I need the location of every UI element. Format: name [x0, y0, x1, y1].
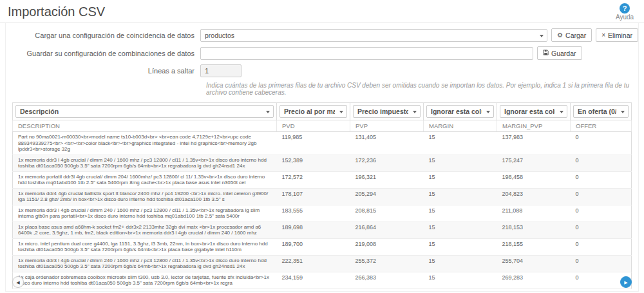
- cell-value: 15: [424, 222, 497, 238]
- cell-value: 183,555: [277, 205, 350, 222]
- column-selector-offer[interactable]: En oferta (0/1): [573, 105, 629, 118]
- help-button[interactable]: ? Ayuda: [612, 3, 638, 21]
- cell-value: 15: [424, 238, 497, 255]
- table-header-cell: DESCRIPTION: [13, 120, 277, 132]
- save-config-label: Guardar su configuración de combinacione…: [6, 50, 200, 57]
- chevron-down-icon: [486, 111, 490, 113]
- cell-value: 172,236: [350, 155, 424, 171]
- chevron-down-icon: [339, 111, 343, 113]
- cell-value: 196,321: [350, 171, 424, 188]
- table-header-cell: PVP: [350, 120, 424, 132]
- config-select-value: productos: [205, 32, 234, 39]
- cell-value: 255,372: [350, 255, 424, 272]
- column-selector-value: En oferta (0/1): [578, 108, 616, 115]
- table-row: 1x memoria ddr3 l 4gb crucial / dimm 240…: [13, 205, 632, 222]
- next-columns-button[interactable]: ▶: [620, 276, 632, 288]
- skip-lines-help: Indica cuántas de las primeras filas de …: [206, 82, 638, 96]
- cell-value: 0: [571, 238, 632, 255]
- cell-value: 0: [571, 205, 632, 222]
- help-label: Ayuda: [612, 14, 638, 21]
- cell-value: 15: [424, 155, 497, 171]
- prev-columns-button[interactable]: ◀: [12, 276, 24, 288]
- table-row: 1x memoria ddr4 4gb crucial ballistix sp…: [13, 188, 632, 205]
- column-selector-margin[interactable]: Ignorar esta columna: [426, 105, 494, 118]
- save-config-row: Guardar su configuración de combinacione…: [6, 46, 638, 60]
- cell-value: 0: [571, 155, 632, 171]
- cell-description: 1x memoria ddr4 4gb crucial ballistix sp…: [13, 188, 277, 205]
- delete-button-label: Eliminar: [608, 32, 632, 39]
- load-config-row: Cargar una configuración de coincidencia…: [6, 28, 638, 42]
- cell-value: 175,247: [497, 155, 571, 171]
- column-selector-description[interactable]: Descripción: [15, 105, 274, 118]
- cell-value: 15: [424, 255, 497, 272]
- cell-value: 216,864: [350, 222, 424, 238]
- cell-value: 178,107: [277, 188, 350, 205]
- skip-lines-row: Líneas a saltar: [6, 64, 638, 77]
- cell-value: 152,389: [277, 155, 350, 171]
- cell-description: 1x micro. intel pentium dual core g4400,…: [13, 238, 277, 255]
- cell-value: 204,823: [497, 188, 571, 205]
- table-row: Part no 90ma0021-m00030<br>model name ts…: [13, 132, 632, 155]
- delete-button[interactable]: × Eliminar: [596, 28, 638, 42]
- table-header-cell: MARGIN: [424, 120, 497, 132]
- table-header-cell: MARGIN_PVP: [497, 120, 571, 132]
- cell-value: 0: [571, 132, 632, 155]
- page-title: Importación CSV: [8, 4, 636, 19]
- import-preview-table: Descripción Precio al por mayor Precio i…: [12, 102, 632, 289]
- cell-value: 15: [424, 188, 497, 205]
- cell-description: Part no 90ma0021-m00030<br>model name ts…: [13, 132, 277, 155]
- close-icon: ×: [601, 32, 605, 39]
- cell-value: 15: [424, 132, 497, 155]
- skip-lines-label: Líneas a saltar: [6, 67, 200, 75]
- table-row: 1x memoria ddr3 l 4gb crucial / dimm 240…: [13, 155, 632, 171]
- table-header-cell: OFFER: [571, 120, 632, 132]
- cell-value: 172,572: [277, 171, 350, 188]
- column-selector-value: Precio impuestos exclui: [357, 108, 408, 115]
- cell-value: 0: [571, 171, 632, 188]
- cell-description: 1x memoria ddr3 l 4gb crucial / dimm 240…: [13, 255, 277, 272]
- column-selector-pvp[interactable]: Precio impuestos exclui: [353, 105, 421, 118]
- cell-description: 1x memoria ddr3 l 4gb crucial / dimm 240…: [13, 155, 277, 171]
- cell-description: 1x placa base asus amd a68hm-k socket fm…: [13, 222, 277, 238]
- skip-lines-input[interactable]: [200, 64, 242, 77]
- cell-value: 255,704: [497, 255, 571, 272]
- arrow-left-icon: ◀: [16, 280, 19, 285]
- chevron-down-icon: [266, 111, 270, 113]
- gear-icon: ⚙: [557, 32, 563, 39]
- cell-description: 1x memoria portatil ddr3l 4gb crucial/ d…: [13, 171, 277, 188]
- column-nav: ◀ ▶: [12, 276, 632, 288]
- cell-value: 0: [571, 255, 632, 272]
- load-config-label: Cargar una configuración de coincidencia…: [6, 32, 200, 39]
- table-row: 1x memoria portatil ddr3l 4gb crucial/ d…: [13, 171, 632, 188]
- floppy-icon: [543, 50, 549, 57]
- table-row: 1x micro. intel pentium dual core g4400,…: [13, 238, 632, 255]
- chevron-down-icon: [540, 35, 544, 37]
- column-selector-row: Descripción Precio al por mayor Precio i…: [13, 103, 632, 120]
- arrow-right-icon: ▶: [624, 280, 627, 285]
- cell-value: 0: [571, 188, 632, 205]
- cell-value: 218,155: [497, 238, 571, 255]
- save-button-label: Guardar: [551, 50, 576, 57]
- column-selector-value: Ignorar esta columna: [504, 108, 555, 115]
- table-header-row: DESCRIPTION PVD PVP MARGIN MARGIN_PVP OF…: [13, 120, 632, 132]
- column-selector-value: Ignorar esta columna: [431, 108, 482, 115]
- cell-value: 218,153: [497, 222, 571, 238]
- cell-value: 222,351: [277, 255, 350, 272]
- table-row: 1x memoria ddr3 l 4gb crucial / dimm 240…: [13, 255, 632, 272]
- chevron-down-icon: [560, 111, 564, 113]
- save-config-input[interactable]: [200, 47, 533, 60]
- import-panel: Cargar una configuración de coincidencia…: [5, 23, 639, 292]
- help-icon[interactable]: ?: [620, 3, 630, 14]
- load-button-label: Cargar: [565, 32, 586, 39]
- column-selector-margin-pvp[interactable]: Ignorar esta columna: [500, 105, 567, 118]
- cell-value: 137,983: [497, 132, 571, 155]
- save-button[interactable]: Guardar: [537, 46, 582, 60]
- load-button[interactable]: ⚙ Cargar: [551, 28, 592, 42]
- page-header: Importación CSV ? Ayuda: [0, 0, 644, 23]
- config-select[interactable]: productos: [200, 29, 547, 42]
- column-selector-value: Precio al por mayor: [284, 108, 335, 115]
- chevron-down-icon: [621, 111, 625, 113]
- column-selector-pvd[interactable]: Precio al por mayor: [279, 105, 347, 118]
- cell-value: 119,985: [277, 132, 350, 155]
- cell-value: 219,008: [350, 238, 424, 255]
